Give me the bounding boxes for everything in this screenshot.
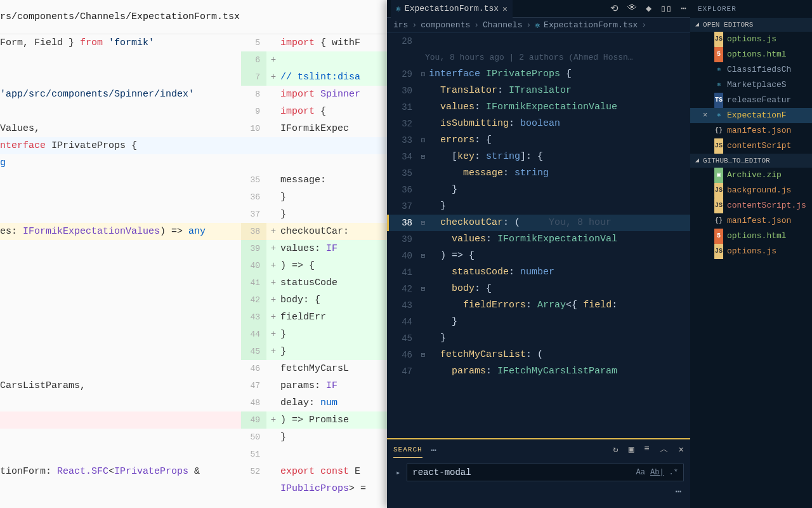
more-icon[interactable]: ⋯: [431, 444, 436, 455]
fold-icon[interactable]: [417, 165, 429, 182]
fold-icon[interactable]: [417, 116, 429, 132]
diff-row-left: CarsListParams,: [0, 377, 241, 394]
sidebar-item[interactable]: {}manifest.json: [690, 213, 812, 229]
sidebar-item[interactable]: JSbackground.js: [690, 183, 812, 198]
editor-line[interactable]: 35 message: string: [387, 165, 690, 182]
sidebar-item[interactable]: JScontentScript: [690, 138, 812, 154]
breadcrumbs[interactable]: irs › components › Channels › ⚛ Expectat…: [387, 18, 690, 33]
more-icon[interactable]: ⋯: [387, 485, 690, 498]
breadcrumb-segment[interactable]: Channels: [483, 20, 522, 30]
fold-icon[interactable]: [417, 314, 429, 330]
fold-icon[interactable]: ⊟: [417, 66, 429, 83]
diff-row-left: [0, 103, 241, 120]
file-icon: 5: [714, 229, 723, 244]
editor-line[interactable]: 47 params: IFetchMyCarsListParam: [387, 363, 690, 380]
react-icon: ⚛: [535, 20, 540, 30]
editor-line[interactable]: 34⊟ [key: string]: {: [387, 149, 690, 165]
search-input[interactable]: [412, 467, 636, 478]
sidebar-item[interactable]: ⚛MarketplaceS: [690, 77, 812, 93]
refresh-icon[interactable]: ↻: [613, 444, 618, 455]
editor-line[interactable]: 31 values: IFormikExpectationValue: [387, 99, 690, 116]
breadcrumb-segment[interactable]: components: [421, 20, 470, 30]
close-icon[interactable]: ×: [703, 108, 710, 123]
diff-row-left: [0, 411, 241, 429]
sidebar-item[interactable]: TSreleaseFeatur: [690, 93, 812, 108]
toggle-replace-icon[interactable]: ▸: [396, 468, 400, 478]
compare-icon[interactable]: ⟲: [610, 3, 619, 15]
fold-icon[interactable]: [417, 363, 429, 380]
editor-line[interactable]: 41 statusCode: number: [387, 264, 690, 281]
editor-line[interactable]: 40⊟ ) => {: [387, 248, 690, 264]
collapse-icon[interactable]: ≡: [644, 444, 649, 455]
regex-icon[interactable]: .*: [669, 468, 678, 477]
editor-line[interactable]: 43 fieldErrors: Array<{ field:: [387, 297, 690, 314]
editor-line[interactable]: 39 values: IFormikExpectationVal: [387, 231, 690, 248]
fold-icon[interactable]: [417, 83, 429, 99]
chevron-down-icon: ◢: [695, 18, 699, 32]
fold-icon[interactable]: ⊟: [417, 281, 429, 297]
whole-word-icon[interactable]: Ab|: [650, 468, 664, 477]
tab-label: ExpectationForm.tsx: [405, 4, 499, 13]
editor-line[interactable]: 32 isSubmitting: boolean: [387, 116, 690, 132]
fold-icon[interactable]: [417, 297, 429, 314]
editor-line[interactable]: 46⊟ fetchMyCarsList: (: [387, 347, 690, 363]
editor-line[interactable]: 42⊟ body: {: [387, 281, 690, 297]
fold-icon[interactable]: ⊟: [417, 347, 429, 363]
fold-icon[interactable]: [417, 182, 429, 198]
search-tab-label[interactable]: SEARCH: [393, 442, 422, 458]
file-name: ClassifiedsCh: [727, 62, 791, 77]
fold-icon[interactable]: ⊟: [417, 215, 429, 231]
close-icon[interactable]: ✕: [679, 444, 684, 455]
more-icon[interactable]: ⋯: [681, 3, 686, 15]
file-icon: ⚛: [714, 62, 723, 77]
diff-row-left: [0, 394, 241, 411]
sidebar-item[interactable]: ⚛ClassifiedsCh: [690, 62, 812, 77]
fold-icon[interactable]: ⊟: [417, 248, 429, 264]
fold-icon[interactable]: [417, 198, 429, 215]
close-icon[interactable]: ✕: [502, 4, 508, 14]
editor-line[interactable]: 28: [387, 33, 690, 50]
diff-icon[interactable]: ◆: [646, 3, 652, 15]
breadcrumb-segment[interactable]: ExpectationForm.tsx: [544, 20, 638, 30]
file-name: releaseFeatur: [727, 93, 791, 108]
tab-expectationform[interactable]: ⚛ ExpectationForm.tsx ✕: [391, 0, 513, 18]
fold-icon[interactable]: [417, 264, 429, 281]
file-name: options.js: [727, 244, 776, 259]
breadcrumb-segment[interactable]: irs: [393, 20, 408, 30]
sidebar-item[interactable]: ▣Archive.zip: [690, 168, 812, 183]
editor-body[interactable]: 28You, 8 hours ago | 2 authors (Ahmed Ho…: [387, 33, 690, 438]
fold-icon[interactable]: ⊟: [417, 132, 429, 149]
match-case-icon[interactable]: Aa: [636, 468, 645, 477]
fold-icon[interactable]: ⊟: [417, 149, 429, 165]
sidebar-item[interactable]: JSoptions.js: [690, 32, 812, 47]
fold-icon[interactable]: [417, 99, 429, 116]
editor-line[interactable]: 29⊟interface IPrivateProps {: [387, 66, 690, 83]
search-input-wrap: Aa Ab| .*: [407, 464, 684, 481]
sidebar-item[interactable]: ×⚛ExpectationF: [690, 108, 812, 123]
sidebar-item[interactable]: {}manifest.json: [690, 123, 812, 138]
sidebar-item[interactable]: 5options.html: [690, 47, 812, 62]
sidebar-section-header[interactable]: ◢GITHUB_TO_EDITOR: [690, 154, 812, 168]
chevron-up-icon[interactable]: ︿: [660, 444, 669, 455]
editor-line[interactable]: 33⊟ errors: {: [387, 132, 690, 149]
clear-icon[interactable]: ▣: [629, 444, 634, 455]
file-name: contentScript: [727, 138, 791, 154]
sidebar-item[interactable]: JSoptions.js: [690, 244, 812, 259]
editor-line[interactable]: 45 }: [387, 330, 690, 347]
editor-line[interactable]: 38⊟ checkoutCar: ( You, 8 hour: [387, 215, 690, 231]
sidebar-item[interactable]: JScontentScript.js: [690, 198, 812, 213]
sidebar-section-header[interactable]: ◢OPEN EDITORS: [690, 18, 812, 32]
diff-row-left: es: IFormikExpectationValues) => any: [0, 223, 241, 240]
editor-line[interactable]: 30 Translator: ITranslator: [387, 83, 690, 99]
diff-row-left: [0, 257, 241, 274]
editor-line[interactable]: 37 }: [387, 198, 690, 215]
sidebar-item[interactable]: 5options.html: [690, 229, 812, 244]
preview-icon[interactable]: 👁: [627, 3, 637, 15]
split-icon[interactable]: ▯▯: [660, 3, 672, 15]
fold-icon[interactable]: [417, 231, 429, 248]
editor-line[interactable]: 44 }: [387, 314, 690, 330]
file-name: options.html: [727, 47, 787, 62]
fold-icon[interactable]: [417, 330, 429, 347]
editor-line[interactable]: 36 }: [387, 182, 690, 198]
fold-icon[interactable]: [417, 33, 429, 50]
